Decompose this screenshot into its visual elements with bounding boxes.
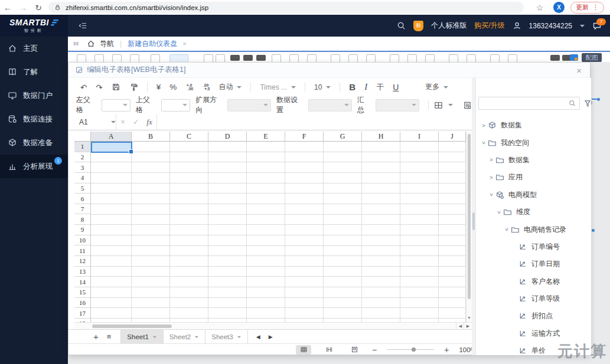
column-header-D[interactable]: D — [208, 132, 247, 142]
column-header-J[interactable]: J — [439, 132, 466, 142]
tree-item-订单等级[interactable]: 订单等级 — [476, 290, 591, 307]
column-header-E[interactable]: E — [247, 132, 285, 142]
row-header-16[interactable]: 16 — [74, 298, 91, 309]
tree-item-应用[interactable]: >应用 — [476, 169, 591, 186]
tree-item-订单日期[interactable]: 订单日期 — [476, 255, 591, 273]
app-logo[interactable]: SMARTBI 智分析 — [0, 15, 68, 37]
font-family-select[interactable]: Times ... — [260, 83, 296, 91]
browser-avatar[interactable]: X — [553, 2, 565, 13]
peitu-button[interactable]: 配图 — [582, 53, 602, 62]
bold-button[interactable]: B — [349, 82, 355, 92]
column-header-H[interactable]: H — [362, 132, 400, 142]
tree-collapsed-caret-icon[interactable]: > — [479, 123, 488, 129]
panel-search-box[interactable] — [478, 97, 580, 110]
horizontal-scrollbar-thumb[interactable] — [92, 324, 172, 328]
row-header-5[interactable]: 5 — [74, 183, 91, 194]
insert-function-icon[interactable]: fx — [142, 117, 156, 127]
font-size-select[interactable]: 10 — [314, 83, 331, 91]
tab-list-icon[interactable] — [73, 40, 80, 47]
row-header-1[interactable]: 1 — [74, 142, 91, 152]
normal-view-button[interactable] — [296, 345, 311, 355]
row-header-11[interactable]: 11 — [74, 245, 91, 256]
column-header-G[interactable]: G — [324, 132, 362, 142]
cell-reference-box[interactable]: A1 — [68, 118, 116, 126]
decrease-decimal-button[interactable]: .00+.0 — [202, 84, 210, 91]
tree-item-维度[interactable]: >维度 — [476, 204, 591, 221]
nav-tab-label[interactable]: 导航 — [100, 39, 114, 49]
vertical-scrollbar-thumb[interactable] — [468, 134, 471, 299]
redo-button[interactable]: ↷ — [96, 83, 102, 92]
column-header-B[interactable]: B — [132, 132, 170, 142]
upgrade-link[interactable]: 购买/升级 — [474, 21, 504, 31]
page-break-view-button[interactable] — [321, 345, 337, 355]
zoom-in-button[interactable]: + — [444, 345, 449, 355]
sheet-tab-caret-icon[interactable] — [237, 336, 241, 339]
collapse-menu-icon[interactable] — [79, 21, 87, 30]
row-header-7[interactable]: 7 — [74, 204, 91, 215]
sidebar-item-chart[interactable]: 分析展现1 — [0, 155, 68, 178]
format-painter-button[interactable] — [129, 83, 138, 91]
tree-expanded-caret-icon[interactable]: > — [495, 209, 503, 215]
formula-input[interactable] — [157, 116, 472, 129]
row-header-14[interactable]: 14 — [74, 277, 91, 287]
扩展方向-select[interactable] — [227, 99, 271, 112]
panel-search-icon[interactable] — [569, 100, 576, 107]
tree-expanded-caret-icon[interactable]: > — [479, 140, 488, 146]
number-format-select[interactable]: 自动 — [218, 82, 242, 92]
row-header-15[interactable]: 15 — [74, 287, 91, 298]
sheet-tab-sheet1[interactable]: Sheet1 — [120, 330, 163, 344]
上父格-select[interactable] — [161, 99, 190, 112]
tree-item-运输方式[interactable]: 运输方式 — [476, 325, 591, 342]
column-header-F[interactable]: F — [285, 132, 324, 142]
sidebar-item-book[interactable]: 了解 — [0, 60, 68, 84]
tree-item-折扣点[interactable]: 折扣点 — [476, 307, 591, 324]
sidebar-item-home[interactable]: 主页 — [0, 37, 68, 60]
sheet-nav-left-icon[interactable]: ◀ — [256, 334, 260, 340]
report-settings-button[interactable] — [463, 101, 472, 110]
row-header-10[interactable]: 10 — [74, 235, 91, 246]
tab-dashboard[interactable]: 新建自助仪表盘 × — [128, 39, 186, 49]
percent-format-button[interactable]: % — [169, 83, 177, 91]
selected-cell[interactable] — [91, 142, 132, 153]
page-layout-view-button[interactable] — [347, 345, 362, 355]
panel-collapse-handle[interactable] — [472, 212, 475, 230]
row-header-12[interactable]: 12 — [74, 256, 91, 267]
browser-menu-icon[interactable]: ⋮ — [592, 4, 599, 11]
tree-expanded-caret-icon[interactable]: > — [487, 192, 495, 198]
filter-icon[interactable] — [584, 99, 593, 108]
grid-corner-cell[interactable] — [74, 132, 91, 142]
sheet-tab-caret-icon[interactable] — [153, 336, 156, 339]
row-header-2[interactable]: 2 — [74, 152, 91, 163]
左父格-select[interactable] — [102, 99, 131, 112]
zoom-out-button[interactable]: − — [372, 345, 377, 355]
cell-grid[interactable] — [91, 142, 466, 322]
strikethrough-button[interactable]: 干 — [376, 82, 384, 93]
tree-item-电商模型[interactable]: >电商模型 — [476, 186, 591, 204]
row-header-4[interactable]: 4 — [74, 173, 91, 183]
underline-button[interactable]: U — [393, 83, 399, 92]
row-header-6[interactable]: 6 — [74, 194, 91, 204]
tree-expanded-caret-icon[interactable]: > — [503, 227, 511, 232]
汇总-select[interactable] — [376, 99, 419, 112]
panel-search-input[interactable] — [482, 99, 569, 107]
increase-decimal-button[interactable]: +.0.00 — [185, 84, 193, 91]
sheet-tab-caret-icon[interactable] — [195, 336, 198, 339]
notification-icon[interactable]: 7 — [592, 21, 602, 31]
tree-item-数据集[interactable]: >数据集 — [476, 152, 591, 169]
tree-item-数据集[interactable]: >数据集 — [476, 117, 591, 134]
sheet-nav-right-icon[interactable]: ▶ — [269, 334, 273, 340]
tab-close-icon[interactable]: × — [182, 40, 186, 47]
zoom-slider-handle[interactable] — [412, 347, 416, 352]
more-menu-button[interactable]: 更多 — [425, 82, 448, 92]
formula-cancel-icon[interactable]: × — [116, 118, 129, 126]
italic-button[interactable]: I — [364, 82, 367, 92]
browser-update-button[interactable]: 更新 ⋮ — [570, 2, 604, 14]
formula-confirm-icon[interactable]: ✓ — [129, 118, 142, 126]
dialog-close-icon[interactable]: × — [576, 65, 582, 76]
home-tab-icon[interactable] — [87, 40, 95, 48]
sidebar-item-monitor[interactable]: 数据门户 — [0, 84, 68, 107]
undo-button[interactable]: ↶ — [80, 83, 87, 92]
zoom-slider[interactable] — [387, 349, 434, 350]
panel-resize-dot[interactable] — [597, 98, 600, 101]
sidebar-item-database[interactable]: 数据连接 — [0, 107, 68, 131]
